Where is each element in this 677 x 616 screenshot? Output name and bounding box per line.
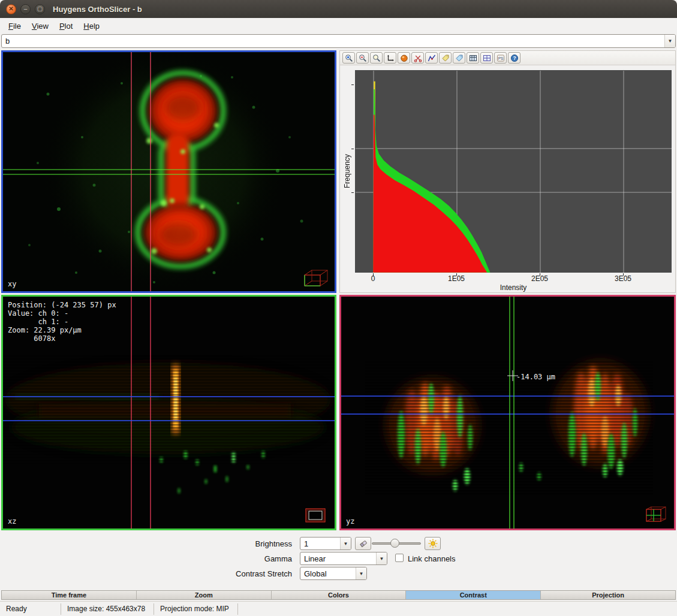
image-selector-value: b (5, 37, 10, 46)
x-tick-mark (540, 273, 540, 276)
toolbar-zoom-in-button[interactable] (342, 52, 355, 64)
xy-scene-image[interactable] (3, 52, 335, 291)
chevron-down-icon[interactable]: ▼ (356, 567, 366, 579)
menu-bar: FileViewPlotHelp (0, 18, 677, 34)
toolbar-cut-button[interactable] (411, 52, 424, 64)
y-tick-mark (351, 149, 354, 149)
x-tick-label: 2E05 (531, 274, 548, 283)
toolbar-zoom-out-button[interactable] (356, 52, 369, 64)
tab-bar: Time frameZoomColorsContrastProjection (1, 590, 676, 600)
yz-annotation: -14.03 µm (516, 373, 555, 381)
zoom-reset-icon (372, 54, 381, 62)
zoom-in-icon (345, 54, 353, 62)
yz-view-label: yz (346, 517, 354, 526)
tab-zoom[interactable]: Zoom (137, 591, 272, 599)
tab-colors[interactable]: Colors (272, 591, 407, 599)
chevron-down-icon[interactable]: ▼ (376, 552, 387, 564)
svg-text:?: ? (513, 55, 516, 61)
menu-plot[interactable]: Plot (54, 19, 78, 33)
tab-contrast[interactable]: Contrast (406, 591, 541, 599)
x-tick-mark (456, 273, 457, 276)
viewport-xy[interactable]: xy (1, 50, 336, 293)
toolbar-ps-button[interactable]: PS (494, 52, 507, 64)
brightness-reset-button[interactable] (355, 537, 371, 550)
histogram-panel: PS? Frequency 01E052E053E05 Intensity (339, 50, 676, 293)
histogram-plot[interactable] (354, 70, 672, 273)
label-alt-icon (455, 54, 464, 62)
brightness-auto-button[interactable] (425, 537, 441, 550)
toolbar-axes-button[interactable] (384, 52, 396, 64)
intensity-axis-label: Intensity (354, 283, 672, 292)
toolbar-profile-button[interactable] (425, 52, 438, 64)
brightness-value: 1 (304, 539, 308, 548)
titlebar[interactable]: ✕ – ▢ Huygens OrthoSlicer - b (0, 0, 677, 18)
cut-icon (414, 54, 422, 62)
x-tick-mark (623, 273, 624, 276)
ps-icon: PS (497, 54, 505, 62)
colormap-icon (400, 54, 408, 62)
menu-view[interactable]: View (26, 19, 54, 33)
toolbar-grid-button[interactable] (480, 52, 493, 64)
brightness-select[interactable]: 1 ▼ (300, 537, 351, 550)
yz-scene-image[interactable] (341, 297, 674, 529)
brightness-label: Brightness (180, 539, 292, 548)
image-selector[interactable]: b ▼ (1, 34, 676, 48)
toolbar-table-button[interactable] (467, 52, 479, 64)
yz-orientation-cube-icon (640, 505, 669, 526)
zoom-out-icon (359, 54, 367, 62)
chevron-down-icon[interactable]: ▼ (664, 35, 675, 47)
help-icon: ? (510, 54, 519, 62)
close-button[interactable]: ✕ (6, 4, 16, 14)
status-item-1: Image size: 455x463x78 (61, 603, 154, 615)
label-icon (441, 54, 450, 62)
y-tick-mark (351, 84, 354, 85)
link-channels-label: Link channels (408, 554, 456, 563)
chevron-down-icon[interactable]: ▼ (340, 538, 351, 549)
gamma-label: Gamma (180, 554, 292, 563)
x-tick-label: 1E05 (448, 274, 465, 283)
x-tick-label: 3E05 (615, 274, 631, 283)
window-title: Huygens OrthoSlicer - b (53, 5, 142, 14)
x-tick-label: 0 (371, 274, 375, 283)
contrast-stretch-value: Global (304, 569, 327, 578)
xz-overlay-text: Position: (-24 235 57) px Value: ch 0: -… (8, 301, 116, 343)
menu-help[interactable]: Help (78, 19, 105, 33)
grid-icon (483, 54, 491, 62)
xz-view-label: xz (8, 517, 16, 526)
frequency-axis-label: Frequency (343, 70, 352, 273)
x-tick-mark (373, 273, 374, 276)
contrast-stretch-label: Contrast Stretch (180, 569, 292, 578)
brightness-slider-handle[interactable] (390, 539, 399, 548)
toolbar-colormap-button[interactable] (398, 52, 410, 64)
gamma-select[interactable]: Linear ▼ (300, 552, 387, 565)
viewport-xz[interactable]: Position: (-24 235 57) px Value: ch 0: -… (1, 295, 336, 530)
xz-orientation-cube-icon (301, 505, 330, 526)
xy-view-label: xy (8, 280, 16, 288)
viewport-yz[interactable]: -14.03 µm yz (339, 295, 676, 530)
toolbar-zoom-reset-button[interactable] (370, 52, 383, 64)
svg-text:PS: PS (498, 56, 503, 60)
maximize-button[interactable]: ▢ (35, 4, 45, 14)
toolbar-label-button[interactable] (439, 52, 452, 64)
status-item-2: Projection mode: MIP (154, 603, 238, 615)
histogram-toolbar: PS? (340, 51, 675, 65)
tab-time-frame[interactable]: Time frame (2, 591, 137, 599)
xy-orientation-cube-icon (301, 267, 330, 289)
toolbar-label-alt-button[interactable] (453, 52, 465, 64)
status-item-0: Ready (0, 603, 61, 615)
minimize-button[interactable]: – (20, 4, 31, 14)
link-channels-checkbox[interactable] (395, 554, 404, 562)
axes-icon (386, 54, 395, 62)
sun-icon (428, 538, 438, 549)
contrast-stretch-select[interactable]: Global ▼ (300, 567, 367, 580)
eraser-icon (359, 539, 368, 548)
status-bar: ReadyImage size: 455x463x78Projection mo… (0, 601, 677, 616)
menu-file[interactable]: File (3, 19, 26, 33)
y-tick-mark (351, 192, 354, 193)
table-icon (469, 54, 477, 62)
profile-icon (428, 54, 436, 62)
tab-projection[interactable]: Projection (541, 591, 675, 599)
toolbar-help-button[interactable]: ? (508, 52, 520, 64)
gamma-value: Linear (304, 554, 326, 563)
